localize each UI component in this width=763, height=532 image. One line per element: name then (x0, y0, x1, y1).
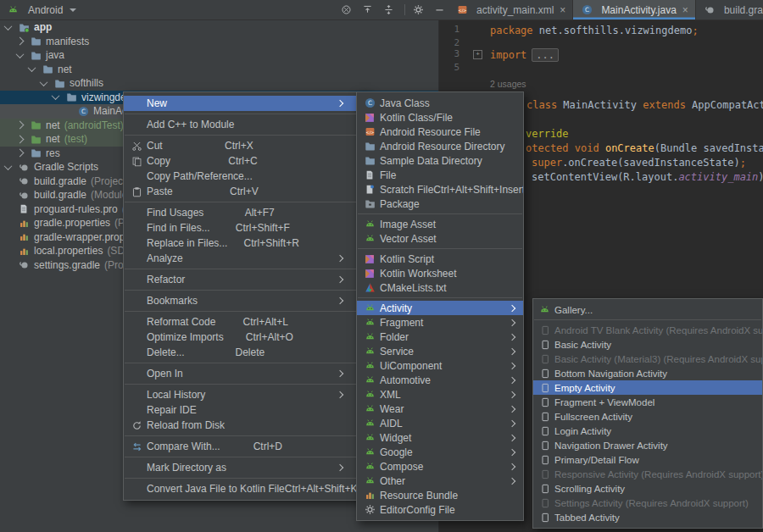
menu-item[interactable]: Replace in Files... Ctrl+Shift+R (124, 236, 368, 251)
tree-row[interactable]: softhills (0, 76, 438, 91)
menu-item[interactable]: Automotive (357, 373, 523, 387)
menu-item[interactable]: CMakeLists.txt (357, 280, 523, 295)
menu-item[interactable]: Local History (124, 387, 368, 402)
menu-item[interactable]: Bookmarks (124, 293, 368, 308)
menu-item[interactable]: Open In (124, 366, 368, 381)
toolbar-icon[interactable] (413, 3, 426, 17)
toolbar-icon[interactable] (362, 3, 376, 17)
chevron-icon[interactable] (4, 22, 13, 30)
chevron-icon[interactable] (16, 50, 25, 58)
menu-item[interactable]: Fullscreen Activity (533, 409, 762, 424)
menu-item[interactable]: Primary/Detail Flow (533, 452, 762, 467)
tree-row[interactable]: app (0, 20, 438, 35)
menu-item[interactable]: Refactor (124, 272, 368, 287)
menu-item[interactable]: Google (357, 445, 523, 459)
menu-item[interactable]: C Java Class (357, 96, 523, 110)
menu-item-label: Convert Java File to Kotlin File (147, 483, 285, 495)
menu-item[interactable]: EditorConfig File (357, 502, 523, 517)
chevron-icon[interactable] (4, 162, 13, 170)
code-token: ... (532, 48, 559, 62)
menu-item[interactable]: Android TV Blank Activity (Requires Andr… (533, 323, 762, 337)
menu-item[interactable]: Cut Ctrl+X (124, 138, 368, 153)
menu-item[interactable]: Fragment (357, 315, 523, 330)
menu-item[interactable]: Convert Java File to Kotlin File Ctrl+Al… (124, 481, 368, 496)
menu-item[interactable]: Compose (357, 459, 523, 474)
menu-item[interactable]: Android Resource Directory (357, 139, 523, 153)
menu-item[interactable]: Scratch File Ctrl+Alt+Shift+Insert (357, 182, 523, 197)
close-icon[interactable]: × (682, 4, 688, 16)
menu-item[interactable]: Basic Activity (533, 337, 762, 352)
menu-item[interactable]: Scrolling Activity (533, 481, 762, 496)
menu-item[interactable]: Empty Activity (533, 380, 762, 395)
menu-item[interactable]: Copy Path/Reference... (124, 169, 368, 184)
menu-item[interactable]: Gallery... (533, 302, 762, 317)
menu-item[interactable]: Delete... Delete (124, 345, 368, 360)
menu-item[interactable]: Paste Ctrl+V (124, 184, 368, 199)
menu-item[interactable]: Service (357, 344, 523, 358)
menu-item[interactable]: Compare With... Ctrl+D (124, 439, 368, 454)
chevron-icon[interactable] (16, 149, 25, 158)
menu-item[interactable]: Folder (357, 330, 523, 344)
code-token: import (490, 49, 526, 61)
editor-tab[interactable]: </> activity_main.xml × (448, 0, 573, 19)
menu-item[interactable]: Repair IDE (124, 402, 368, 418)
android-icon (363, 317, 376, 329)
menu-item[interactable]: Find in Files... Ctrl+Shift+F (124, 220, 368, 236)
menu-item[interactable]: Package (357, 197, 523, 211)
menu-item[interactable]: Navigation Drawer Activity (533, 438, 762, 452)
close-icon[interactable]: × (560, 4, 565, 16)
menu-item[interactable]: Reformat Code Ctrl+Alt+L (124, 314, 368, 330)
line-number: 3 (439, 48, 459, 59)
menu-item[interactable]: Wear (357, 402, 523, 416)
menu-item[interactable]: Bottom Navigation Activity (533, 366, 762, 380)
menu-item[interactable]: Kotlin Class/File (357, 110, 523, 125)
menu-item[interactable]: AIDL (357, 416, 523, 430)
menu-item[interactable]: Copy Ctrl+C (124, 153, 368, 169)
menu-item[interactable]: Resource Bundle (357, 488, 523, 502)
menu-item[interactable]: Vector Asset (357, 231, 523, 246)
menu-item[interactable]: Other (357, 474, 523, 488)
menu-item[interactable]: Mark Directory as (124, 460, 368, 475)
menu-item[interactable]: UiComponent (357, 358, 523, 373)
menu-item[interactable]: Activity (357, 301, 523, 315)
menu-item[interactable]: Settings Activity (Requires AndroidX sup… (533, 496, 762, 510)
tree-row[interactable]: net (0, 63, 438, 77)
chevron-icon[interactable] (40, 78, 48, 86)
menu-item[interactable]: Find Usages Alt+F7 (124, 205, 368, 220)
chevron-icon[interactable] (52, 91, 60, 100)
menu-item[interactable]: Image Asset (357, 217, 523, 231)
menu-item-label: Service (380, 346, 414, 357)
menu-item[interactable]: Kotlin Script (357, 252, 523, 266)
menu-item[interactable]: Tabbed Activity (533, 510, 762, 524)
chevron-icon[interactable] (28, 64, 36, 72)
tree-row[interactable]: manifests (0, 35, 438, 49)
menu-item[interactable]: </> Android Resource File (357, 125, 523, 139)
menu-item[interactable]: Basic Activity (Material3) (Requires And… (533, 352, 762, 366)
chevron-icon[interactable] (16, 37, 25, 46)
fold-marker-icon[interactable]: + (473, 50, 482, 59)
toolbar-icon[interactable] (341, 3, 354, 17)
editor-tab[interactable]: C MainActivity.java × (573, 0, 696, 19)
menu-item[interactable]: New (124, 96, 368, 111)
menu-item[interactable]: Analyze (124, 251, 368, 266)
toolbar-icon[interactable] (383, 3, 397, 17)
menu-item[interactable]: Kotlin Worksheet (357, 266, 523, 280)
menu-item[interactable]: File (357, 168, 523, 182)
menu-item[interactable]: Add C++ to Module (124, 117, 368, 132)
android-icon (363, 374, 376, 386)
toolbar-icon[interactable] (434, 3, 448, 17)
menu-item[interactable]: XML (357, 387, 523, 402)
menu-item[interactable]: Reload from Disk (124, 418, 368, 433)
menu-item[interactable]: Login Activity (533, 424, 762, 438)
menu-item[interactable]: Sample Data Directory (357, 153, 523, 168)
menu-item[interactable]: Fragment + ViewModel (533, 395, 762, 409)
project-view-selector[interactable]: Android (6, 0, 76, 19)
editor-tab[interactable]: build.gradle (:app) × (696, 0, 763, 19)
tree-row[interactable]: java (0, 48, 438, 63)
menu-item[interactable]: Optimize Imports Ctrl+Alt+O (124, 330, 368, 345)
chevron-icon[interactable] (16, 121, 25, 130)
menu-item[interactable]: Widget (357, 430, 523, 445)
chevron-icon[interactable] (16, 135, 25, 143)
menu-item[interactable]: Responsive Activity (Requires AndroidX s… (533, 467, 762, 481)
menu-item-label: Optimize Imports (147, 331, 224, 343)
